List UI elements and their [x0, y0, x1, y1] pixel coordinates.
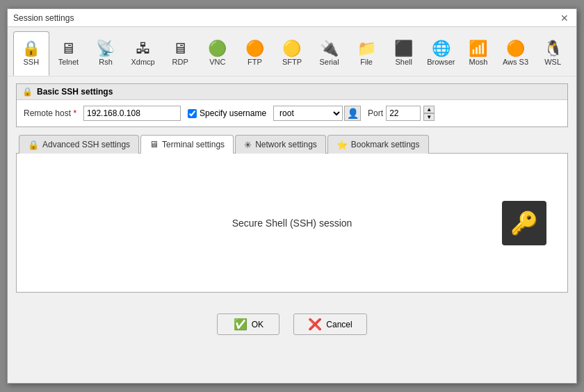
- ssh-label: SSH: [23, 58, 39, 66]
- basic-ssh-header-icon: 🔒: [22, 87, 33, 97]
- protocol-wsl[interactable]: 🐧 WSL: [535, 31, 571, 76]
- port-label: Port: [368, 108, 383, 118]
- tab-terminal[interactable]: 🖥 Terminal settings: [140, 135, 234, 154]
- advanced-ssh-tab-label: Advanced SSH settings: [42, 140, 130, 149]
- terminal-tab-label: Terminal settings: [162, 140, 225, 149]
- protocol-shell[interactable]: ⬛ Shell: [386, 31, 422, 76]
- protocol-serial[interactable]: 🔌 Serial: [311, 31, 348, 76]
- shell-icon: ⬛: [394, 41, 413, 56]
- bottom-bar: ✅ OK ❌ Cancel: [8, 305, 576, 343]
- user-icon-button[interactable]: 👤: [344, 106, 361, 121]
- awss3-icon: 🟠: [506, 41, 525, 56]
- cancel-icon: ❌: [308, 318, 322, 331]
- protocol-rsh[interactable]: 📡 Rsh: [88, 31, 124, 76]
- tab-content-panel: Secure Shell (SSH) session 🔑: [16, 154, 568, 293]
- protocol-vnc[interactable]: 🟢 VNC: [200, 31, 236, 76]
- bookmark-tab-label: Bookmark settings: [351, 140, 420, 149]
- terminal-tab-icon: 🖥: [149, 139, 159, 149]
- awss3-label: Aws S3: [503, 58, 528, 66]
- specify-username-checkbox[interactable]: [188, 109, 197, 118]
- ok-button[interactable]: ✅ OK: [217, 313, 279, 335]
- basic-ssh-header: 🔒 Basic SSH settings: [17, 84, 567, 100]
- basic-ssh-body: Remote host * Specify username root admi…: [17, 100, 567, 126]
- ok-label: OK: [252, 320, 263, 329]
- dialog-title: Session settings: [13, 13, 74, 23]
- cancel-label: Cancel: [326, 320, 352, 329]
- rdp-label: RDP: [172, 58, 188, 66]
- telnet-label: Telnet: [58, 58, 79, 66]
- basic-ssh-section: 🔒 Basic SSH settings Remote host * Speci…: [16, 83, 568, 127]
- rdp-icon: 🖥: [172, 41, 188, 56]
- wsl-icon: 🐧: [544, 41, 562, 56]
- shell-label: Shell: [396, 58, 412, 66]
- sftp-icon: 🟡: [282, 41, 301, 56]
- close-button[interactable]: ✕: [558, 12, 571, 24]
- protocol-awss3[interactable]: 🟠 Aws S3: [498, 31, 534, 76]
- protocol-rdp[interactable]: 🖥 RDP: [162, 31, 198, 76]
- port-spinner: ▲ ▼: [423, 106, 435, 121]
- rsh-icon: 📡: [96, 41, 115, 56]
- file-label: File: [360, 58, 373, 66]
- file-icon: 📁: [357, 41, 376, 56]
- protocol-ssh[interactable]: 🔒 SSH: [13, 31, 49, 76]
- required-marker: *: [73, 108, 76, 118]
- protocol-sftp[interactable]: 🟡 SFTP: [274, 31, 310, 76]
- wsl-label: WSL: [544, 58, 561, 66]
- port-wrap: Port ▲ ▼: [368, 106, 435, 121]
- xdmcp-icon: 🖧: [136, 41, 151, 56]
- basic-ssh-header-label: Basic SSH settings: [37, 87, 113, 97]
- ssh-key-icon: 🔑: [502, 201, 546, 245]
- remote-host-label: Remote host *: [24, 108, 76, 118]
- remote-host-input[interactable]: [83, 106, 181, 121]
- telnet-icon: 🖥: [60, 41, 76, 56]
- network-tab-icon: ✳: [244, 140, 252, 150]
- protocol-browser[interactable]: 🌐 Browser: [423, 31, 460, 76]
- session-settings-dialog: Session settings ✕ 🔒 SSH 🖥 Telnet 📡 Rsh …: [7, 8, 577, 384]
- port-input[interactable]: [386, 106, 421, 121]
- tabs-row: 🔒 Advanced SSH settings 🖥 Terminal setti…: [16, 134, 568, 154]
- mosh-label: Mosh: [469, 58, 487, 66]
- protocol-telnet[interactable]: 🖥 Telnet: [51, 31, 87, 76]
- protocol-mosh[interactable]: 📶 Mosh: [460, 31, 496, 76]
- network-tab-label: Network settings: [255, 140, 317, 149]
- specify-username-checkbox-label[interactable]: Specify username: [188, 108, 266, 118]
- tab-network[interactable]: ✳ Network settings: [235, 135, 326, 154]
- tab-advanced-ssh[interactable]: 🔒 Advanced SSH settings: [19, 135, 139, 154]
- vnc-icon: 🟢: [208, 41, 227, 56]
- serial-icon: 🔌: [320, 41, 339, 56]
- content-area: 🔒 Basic SSH settings Remote host * Speci…: [8, 76, 576, 300]
- mosh-icon: 📶: [469, 41, 487, 56]
- rsh-label: Rsh: [99, 58, 113, 66]
- sftp-label: SFTP: [282, 58, 302, 66]
- protocol-xdmcp[interactable]: 🖧 Xdmcp: [125, 31, 161, 76]
- port-up-button[interactable]: ▲: [423, 106, 435, 113]
- tab-bookmark[interactable]: ⭐ Bookmark settings: [327, 135, 429, 154]
- ssh-icon: 🔒: [22, 41, 40, 56]
- browser-icon: 🌐: [432, 41, 451, 56]
- advanced-ssh-tab-icon: 🔒: [28, 140, 39, 150]
- protocol-file[interactable]: 📁 File: [348, 31, 384, 76]
- username-select[interactable]: root admin user: [273, 106, 343, 121]
- ftp-label: FTP: [248, 58, 262, 66]
- key-emoji: 🔑: [510, 210, 538, 236]
- ftp-icon: 🟠: [245, 41, 264, 56]
- vnc-label: VNC: [209, 58, 225, 66]
- xdmcp-label: Xdmcp: [131, 58, 154, 66]
- protocol-ftp[interactable]: 🟠 FTP: [237, 31, 273, 76]
- username-select-wrap: root admin user 👤: [273, 106, 361, 121]
- serial-label: Serial: [319, 58, 339, 66]
- port-down-button[interactable]: ▼: [423, 113, 435, 121]
- specify-username-label: Specify username: [200, 108, 266, 118]
- browser-label: Browser: [427, 58, 455, 66]
- cancel-button[interactable]: ❌ Cancel: [293, 313, 366, 335]
- protocol-bar: 🔒 SSH 🖥 Telnet 📡 Rsh 🖧 Xdmcp 🖥 RDP 🟢 VNC…: [8, 27, 576, 76]
- bookmark-tab-icon: ⭐: [336, 140, 348, 150]
- tabs-section: 🔒 Advanced SSH settings 🖥 Terminal setti…: [16, 134, 568, 293]
- session-label: Secure Shell (SSH) session: [232, 218, 352, 229]
- title-bar: Session settings ✕: [8, 9, 576, 27]
- ok-icon: ✅: [234, 318, 248, 331]
